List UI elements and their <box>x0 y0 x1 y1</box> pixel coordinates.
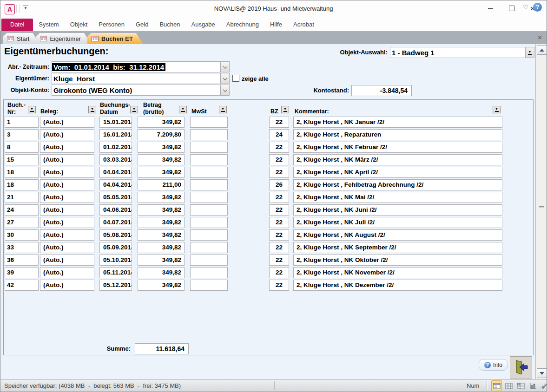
maximize-button[interactable] <box>501 2 522 14</box>
exit-button[interactable] <box>510 356 532 379</box>
cell-bz[interactable]: 24 <box>269 129 289 140</box>
cell-komm[interactable]: 2, Kluge Horst , Reparaturen <box>293 129 502 140</box>
cell-datum[interactable]: 04.04.2014 <box>99 167 132 178</box>
cell-betrag[interactable]: 349,82 <box>138 204 185 216</box>
cell-komm[interactable]: 2, Kluge Horst , NK Dezember /2/ <box>293 280 502 291</box>
tab-close-icon[interactable]: ✕ <box>536 34 543 41</box>
ribbon-tab-geld[interactable]: Geld <box>130 19 154 31</box>
sort-button-beleg[interactable]: ▼ <box>88 106 96 113</box>
tab-buchen-et[interactable]: Buchen ET <box>87 33 143 44</box>
cell-mwst[interactable] <box>190 192 228 203</box>
form-view-button[interactable] <box>491 380 502 391</box>
pivottable-view-button[interactable] <box>515 380 526 391</box>
sort-button-nr[interactable]: ▼ <box>28 106 36 113</box>
cell-datum[interactable]: 05.05.2014 <box>99 192 132 203</box>
cell-nr[interactable]: 42 <box>5 280 39 291</box>
cell-betrag[interactable]: 349,82 <box>138 192 185 203</box>
sort-button-betrag[interactable]: ▼ <box>179 106 187 113</box>
cell-mwst[interactable] <box>190 255 228 266</box>
cell-beleg[interactable]: (Auto.) <box>40 117 94 128</box>
cell-nr[interactable]: 3 <box>5 129 39 140</box>
scroll-down-button[interactable] <box>537 368 547 378</box>
cell-komm[interactable]: 2, Kluge Horst , NK Juni /2/ <box>293 204 502 216</box>
cell-datum[interactable]: 04.06.2014 <box>99 204 132 216</box>
cell-betrag[interactable]: 349,82 <box>138 154 185 165</box>
cell-bz[interactable]: 22 <box>269 280 289 291</box>
ribbon-tab-abrechnung[interactable]: Abrechnung <box>221 19 264 31</box>
cell-beleg[interactable]: (Auto.) <box>40 255 94 266</box>
cell-betrag[interactable]: 349,82 <box>138 217 185 228</box>
cell-mwst[interactable] <box>190 142 228 153</box>
minimize-button[interactable] <box>480 2 501 14</box>
cell-betrag[interactable]: 349,82 <box>138 267 185 278</box>
tab-eigentümer[interactable]: Eigentümer <box>36 33 91 44</box>
scroll-up-button[interactable] <box>537 45 547 55</box>
cell-nr[interactable]: 1 <box>5 117 39 128</box>
cell-nr[interactable]: 33 <box>5 242 39 253</box>
cell-mwst[interactable] <box>190 129 228 140</box>
cell-datum[interactable]: 04.04.2014 <box>99 179 132 190</box>
cell-mwst[interactable] <box>190 179 228 190</box>
cell-datum[interactable]: 15.01.2014 <box>99 117 132 128</box>
cell-bz[interactable]: 22 <box>269 217 289 228</box>
cell-bz[interactable]: 22 <box>269 267 289 278</box>
cell-nr[interactable]: 21 <box>5 192 39 203</box>
sort-button-komm[interactable]: ▼ <box>493 106 501 113</box>
abr-zeitraum-dropdown-button[interactable] <box>220 62 229 72</box>
ribbon-tab-objekt[interactable]: Objekt <box>65 19 93 31</box>
sort-button-datum[interactable]: ▼ <box>130 106 138 113</box>
cell-beleg[interactable]: (Auto.) <box>40 129 94 140</box>
cell-mwst[interactable] <box>190 117 228 128</box>
cell-betrag[interactable]: 349,82 <box>138 117 185 128</box>
cell-beleg[interactable]: (Auto.) <box>40 192 94 203</box>
cell-komm[interactable]: 2, Kluge Horst , NK August /2/ <box>293 229 502 241</box>
zeige-alle-checkbox[interactable] <box>232 75 239 82</box>
ribbon-tab-buchen[interactable]: Buchen <box>154 19 185 31</box>
help-icon[interactable]: ? <box>533 3 542 12</box>
cell-beleg[interactable]: (Auto.) <box>40 280 94 291</box>
objekt-auswahl-dropdown-button[interactable]: ▼ <box>525 47 534 58</box>
cell-datum[interactable]: 03.03.2014 <box>99 154 132 165</box>
cell-datum[interactable]: 16.01.2014 <box>99 129 132 140</box>
cell-komm[interactable]: 2, Kluge Horst , NK November /2/ <box>293 267 502 278</box>
cell-datum[interactable]: 05.10.2014 <box>99 255 132 266</box>
objekt-konto-combobox[interactable]: Girokonto (WEG Konto) <box>52 85 230 96</box>
cell-beleg[interactable]: (Auto.) <box>40 217 94 228</box>
cell-nr[interactable]: 39 <box>5 267 39 278</box>
cell-mwst[interactable] <box>190 280 228 291</box>
ribbon-tab-ausgabe[interactable]: Ausgabe <box>186 19 221 31</box>
cell-nr[interactable]: 18 <box>5 167 39 178</box>
cell-komm[interactable]: 2, Kluge Horst , NK September /2/ <box>293 242 502 253</box>
objekt-konto-dropdown-button[interactable] <box>220 85 229 95</box>
cell-bz[interactable]: 22 <box>269 229 289 241</box>
cell-mwst[interactable] <box>190 167 228 178</box>
cell-bz[interactable]: 22 <box>269 117 289 128</box>
cell-nr[interactable]: 30 <box>5 229 39 241</box>
cell-beleg[interactable]: (Auto.) <box>40 267 94 278</box>
ribbon-tab-datei[interactable]: Datei <box>1 19 33 31</box>
datasheet-view-button[interactable] <box>503 380 514 391</box>
cell-komm[interactable]: 2, Kluge Horst , NK April /2/ <box>293 167 502 178</box>
cell-datum[interactable]: 05.12.2014 <box>99 280 132 291</box>
cell-betrag[interactable]: 211,00 <box>138 179 185 190</box>
cell-mwst[interactable] <box>190 154 228 165</box>
cell-beleg[interactable]: (Auto.) <box>40 179 94 190</box>
cell-komm[interactable]: 2, Kluge Horst , NK Februar /2/ <box>293 142 502 153</box>
cell-betrag[interactable]: 7.209,80 <box>138 129 185 140</box>
cell-beleg[interactable]: (Auto.) <box>40 154 94 165</box>
cell-nr[interactable]: 36 <box>5 255 39 266</box>
tab-start[interactable]: Start <box>3 33 40 44</box>
qat-customize-dropdown-icon[interactable]: ▼ <box>23 6 28 10</box>
cell-komm[interactable]: 2, Kluge Horst , NK Mai /2/ <box>293 192 502 203</box>
cell-mwst[interactable] <box>190 217 228 228</box>
cell-bz[interactable]: 22 <box>269 204 289 216</box>
cell-komm[interactable]: 2, Kluge Horst , Fehlbetrag Abrechnung /… <box>293 179 502 190</box>
cell-bz[interactable]: 22 <box>269 192 289 203</box>
cell-nr[interactable]: 8 <box>5 142 39 153</box>
cell-nr[interactable]: 27 <box>5 217 39 228</box>
cell-mwst[interactable] <box>190 204 228 216</box>
cell-bz[interactable]: 26 <box>269 179 289 190</box>
abr-zeitraum-combobox[interactable]: Vom: 01.01.2014 bis: 31.12.2014 <box>52 61 230 72</box>
cell-beleg[interactable]: (Auto.) <box>40 229 94 241</box>
access-app-icon[interactable]: A <box>5 4 15 14</box>
